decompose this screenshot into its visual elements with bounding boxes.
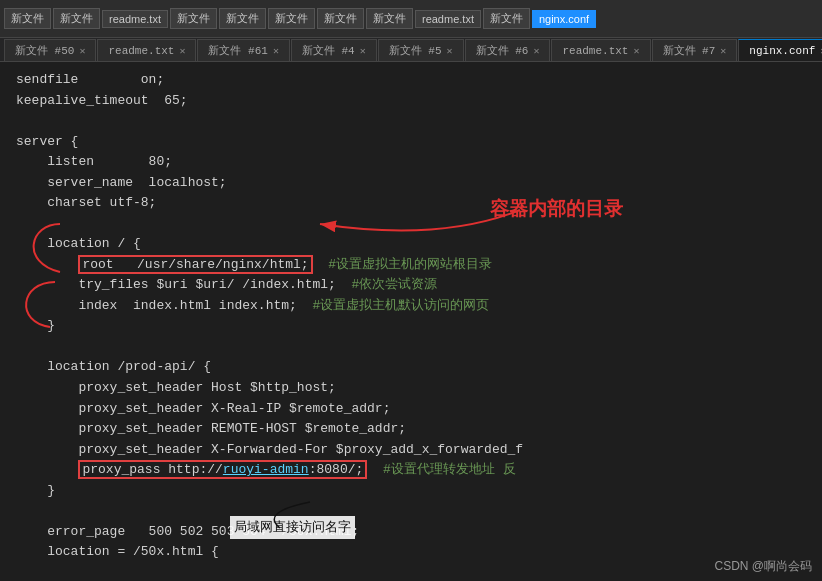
toolbar-btn-1[interactable]: 新文件 — [4, 8, 51, 29]
tab-2-close[interactable]: ✕ — [179, 45, 185, 57]
comment-proxypass: #设置代理转发地址 反 — [383, 462, 516, 477]
code-line-blank1 — [16, 111, 806, 132]
tab-6-close[interactable]: ✕ — [533, 45, 539, 57]
code-line-location1: location / { — [16, 234, 806, 255]
code-line-root: root /usr/share/nginx/html; #设置虚拟主机的网站根目… — [16, 255, 806, 276]
tab-1[interactable]: 新文件 #50✕ — [4, 39, 96, 61]
comment-tryfiles: #依次尝试资源 — [351, 277, 437, 292]
tab-1-close[interactable]: ✕ — [79, 45, 85, 57]
toolbar: 新文件 新文件 readme.txt 新文件 新文件 新文件 新文件 新文件 r… — [0, 0, 822, 38]
tab-7-close[interactable]: ✕ — [720, 45, 726, 57]
tab-3-close[interactable]: ✕ — [273, 45, 279, 57]
toolbar-btn-2[interactable]: 新文件 — [53, 8, 100, 29]
code-line-proxy2: proxy_set_header X-Real-IP $remote_addr; — [16, 399, 806, 420]
code-line-close1: } — [16, 316, 806, 337]
tab-5[interactable]: 新文件 #5✕ — [378, 39, 464, 61]
tab-3[interactable]: 新文件 #61✕ — [197, 39, 289, 61]
code-line-blank3 — [16, 337, 806, 358]
tab-2[interactable]: readme.txt✕ — [97, 39, 196, 61]
csdn-watermark: CSDN @啊尚会码 — [714, 558, 812, 575]
tab-7[interactable]: 新文件 #7✕ — [652, 39, 738, 61]
code-line-blank2 — [16, 214, 806, 235]
tab-5-close[interactable]: ✕ — [447, 45, 453, 57]
code-line-servername: server_name localhost; — [16, 173, 806, 194]
code-line-server: server { — [16, 132, 806, 153]
tab-6[interactable]: 新文件 #6✕ — [465, 39, 551, 61]
toolbar-btn-readme[interactable]: readme.txt — [415, 10, 481, 28]
code-line-blank4 — [16, 501, 806, 522]
code-line-1: sendfile on; — [16, 70, 806, 91]
toolbar-btn-9[interactable]: 新文件 — [483, 8, 530, 29]
code-line-charset: charset utf-8; — [16, 193, 806, 214]
code-line-listen: listen 80; — [16, 152, 806, 173]
code-line-errorpage: error_page 500 502 503 504 /50x.html; — [16, 522, 806, 543]
tab-1-label: 新文件 #50 — [15, 43, 74, 58]
tab-2-label: readme.txt — [108, 45, 174, 57]
code-line-2: keepalive_timeout 65; — [16, 91, 806, 112]
tab-readme2-label: readme.txt — [562, 45, 628, 57]
annotation-container-dir: 容器内部的目录 — [490, 194, 623, 224]
tab-bar: 新文件 #50✕ readme.txt✕ 新文件 #61✕ 新文件 #4✕ 新文… — [0, 38, 822, 62]
toolbar-btn-4[interactable]: 新文件 — [170, 8, 217, 29]
code-line-proxy4: proxy_set_header X-Forwarded-For $proxy_… — [16, 440, 806, 461]
code-line-location2: location /prod-api/ { — [16, 357, 806, 378]
toolbar-btn-3[interactable]: readme.txt — [102, 10, 168, 28]
code-line-index: index index.html index.htm; #设置虚拟主机默认访问的… — [16, 296, 806, 317]
toolbar-btn-6[interactable]: 新文件 — [268, 8, 315, 29]
proxypass-highlight: proxy_pass http://ruoyi-admin:8080/; — [78, 460, 367, 479]
tab-4-close[interactable]: ✕ — [360, 45, 366, 57]
toolbar-btn-5[interactable]: 新文件 — [219, 8, 266, 29]
code-line-location3: location = /50x.html { — [16, 542, 806, 563]
code-line-proxy1: proxy_set_header Host $http_host; — [16, 378, 806, 399]
code-editor: sendfile on; keepalive_timeout 65; serve… — [0, 62, 822, 581]
tab-4[interactable]: 新文件 #4✕ — [291, 39, 377, 61]
toolbar-btn-8[interactable]: 新文件 — [366, 8, 413, 29]
tab-3-label: 新文件 #61 — [208, 43, 267, 58]
tab-6-label: 新文件 #6 — [476, 43, 529, 58]
tab-4-label: 新文件 #4 — [302, 43, 355, 58]
code-line-proxy3: proxy_set_header REMOTE-HOST $remote_add… — [16, 419, 806, 440]
code-line-proxypass: proxy_pass http://ruoyi-admin:8080/; #设置… — [16, 460, 806, 481]
tab-5-label: 新文件 #5 — [389, 43, 442, 58]
toolbar-btn-nginx[interactable]: nginx.conf — [532, 10, 596, 28]
code-line-close2: } — [16, 481, 806, 502]
tab-nginx-label: nginx.conf — [749, 45, 815, 57]
annotation-local-name: 局域网直接访问名字 — [230, 516, 355, 539]
tab-readme2-close[interactable]: ✕ — [633, 45, 639, 57]
tab-7-label: 新文件 #7 — [663, 43, 716, 58]
toolbar-btn-7[interactable]: 新文件 — [317, 8, 364, 29]
comment-index: #设置虚拟主机默认访问的网页 — [312, 298, 489, 313]
tab-nginx[interactable]: nginx.conf✕ — [738, 39, 822, 61]
comment-root: #设置虚拟主机的网站根目录 — [328, 257, 492, 272]
code-line-tryfiles: try_files $uri $uri/ /index.html; #依次尝试资… — [16, 275, 806, 296]
tab-readme2[interactable]: readme.txt✕ — [551, 39, 650, 61]
root-highlight: root /usr/share/nginx/html; — [78, 255, 312, 274]
